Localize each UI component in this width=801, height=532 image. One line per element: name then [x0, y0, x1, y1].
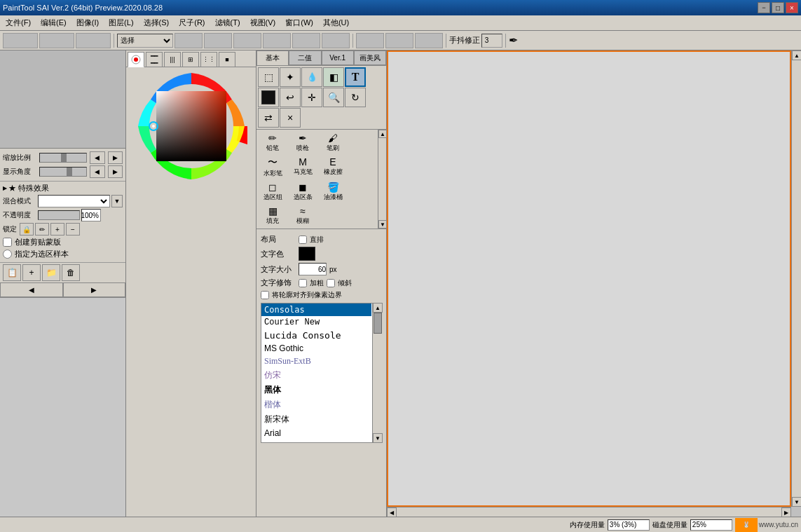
- canvas-bg[interactable]: [388, 52, 790, 505]
- color-wheel[interactable]: [135, 70, 247, 182]
- color-mode-g[interactable]: ⊞: [182, 52, 199, 67]
- menu-filter[interactable]: 滤镜(T): [211, 16, 245, 29]
- tool-fill-icon-outer[interactable]: ◧: [323, 67, 344, 87]
- tool-select-rect[interactable]: ⬚: [258, 67, 279, 87]
- font-scroll-down[interactable]: ▼: [373, 433, 383, 443]
- color-mode-s[interactable]: ■: [219, 52, 235, 67]
- menu-select[interactable]: 选择(S): [139, 16, 174, 29]
- text-size-input[interactable]: [299, 263, 327, 275]
- layer-delete-btn[interactable]: 🗑: [62, 264, 80, 281]
- tool-brush[interactable]: 🖌 笔刷: [318, 131, 348, 154]
- tool-marker[interactable]: M 马克笔: [288, 155, 317, 179]
- tool-eraser[interactable]: E 橡皮擦: [318, 155, 348, 179]
- blend-mode-select[interactable]: [38, 195, 110, 207]
- font-item-heiti[interactable]: 黑体: [261, 383, 371, 397]
- tool-sel-bar[interactable]: ◼ 选区条: [288, 180, 317, 203]
- font-item-kaiti[interactable]: 楷体: [261, 397, 371, 412]
- font-item-arial[interactable]: Arial: [261, 427, 371, 439]
- toolbar-btn-12[interactable]: [415, 33, 443, 48]
- toolbar-btn-9[interactable]: [322, 33, 350, 48]
- italic-checkbox[interactable]: [327, 279, 335, 287]
- toolbar-btn-7[interactable]: [263, 33, 291, 48]
- close-button[interactable]: ×: [786, 2, 798, 13]
- layer-nav-next[interactable]: ▶: [63, 282, 126, 297]
- sample-radio[interactable]: [3, 250, 12, 259]
- toolbar-btn-1[interactable]: [3, 33, 38, 48]
- opacity-slider[interactable]: [38, 210, 80, 220]
- menu-edit[interactable]: 编辑(E): [36, 16, 71, 29]
- toolbar-btn-2[interactable]: [39, 33, 74, 48]
- font-item-newsong[interactable]: 新宋体: [261, 412, 371, 427]
- layer-add-btn[interactable]: +: [22, 264, 41, 281]
- toolbar-btn-8[interactable]: [292, 33, 320, 48]
- hand-correct-input[interactable]: [481, 34, 502, 48]
- toolbar-btn-11[interactable]: [385, 33, 413, 48]
- toolbar-btn-10[interactable]: [356, 33, 384, 48]
- tool-pencil[interactable]: ✏ 铅笔: [258, 131, 287, 154]
- tool-fill2[interactable]: ▦ 填充: [258, 204, 287, 227]
- tool-tab-style[interactable]: 画美风: [354, 50, 386, 65]
- font-list[interactable]: Consolas Courier New Lucida Console MS G…: [261, 303, 382, 443]
- color-mode-d[interactable]: ⋮⋮: [200, 52, 217, 67]
- canvas-scroll-v-up[interactable]: ▲: [792, 50, 801, 60]
- lock-icon-4[interactable]: −: [66, 223, 80, 236]
- tool-airbrush[interactable]: ✒ 喷枪: [288, 131, 317, 154]
- font-item-lucida[interactable]: Lucida Console: [261, 329, 371, 342]
- menu-file[interactable]: 文件(F): [1, 16, 35, 29]
- color-mode-h[interactable]: ━━━━: [146, 52, 163, 67]
- tool-tab-ver1[interactable]: Ver.1: [322, 50, 354, 65]
- font-item-fangsong[interactable]: 仿宋: [261, 368, 371, 383]
- bold-checkbox[interactable]: [299, 279, 307, 287]
- canvas-vscroll[interactable]: ▲ ▼: [791, 50, 801, 507]
- tool-eyedrop[interactable]: 💧: [301, 67, 322, 87]
- font-item-simsun[interactable]: SimSun-ExtB: [261, 355, 371, 368]
- menu-window[interactable]: 窗口(W): [281, 16, 317, 29]
- layer-folder-btn[interactable]: 📁: [42, 264, 60, 281]
- align-pixel-checkbox[interactable]: [261, 291, 269, 299]
- toolbar-btn-3[interactable]: [76, 33, 111, 48]
- color-mode-wheel[interactable]: [128, 52, 144, 67]
- menu-view[interactable]: 视图(V): [246, 16, 280, 29]
- clip-checkbox[interactable]: [3, 238, 12, 247]
- text-color-swatch[interactable]: [299, 247, 315, 261]
- tool-tab-basic[interactable]: 基本: [256, 50, 289, 65]
- tool-flip[interactable]: ⇄: [258, 108, 279, 128]
- angle-slider[interactable]: [39, 167, 87, 177]
- subtool-scroll-down[interactable]: ▼: [378, 220, 387, 229]
- canvas-scroll-h-left[interactable]: ◀: [387, 507, 397, 517]
- layer-nav-prev[interactable]: ◀: [0, 282, 63, 297]
- angle-up-btn[interactable]: ▶: [108, 165, 123, 178]
- tool-color-black[interactable]: [258, 88, 279, 107]
- tool-sel-group[interactable]: ◻ 选区组: [258, 180, 287, 203]
- subtool-scroll-up[interactable]: ▲: [378, 130, 387, 138]
- color-mode-v[interactable]: |||: [164, 52, 181, 67]
- tool-text[interactable]: T: [345, 67, 366, 87]
- tool-undo[interactable]: ↩: [280, 88, 301, 107]
- font-item-consolas[interactable]: Consolas: [261, 303, 371, 316]
- zoom-slider[interactable]: [39, 153, 87, 163]
- font-item-msgothic[interactable]: MS Gothic: [261, 342, 371, 355]
- toolbar-btn-4[interactable]: [174, 33, 203, 48]
- toolbar-btn-6[interactable]: [233, 33, 261, 48]
- menu-layer[interactable]: 图层(L): [104, 16, 137, 29]
- canvas-scroll-h-right[interactable]: ▶: [781, 507, 791, 517]
- lock-icon-2[interactable]: ✏: [35, 223, 49, 236]
- tool-watercolor[interactable]: 〜 水彩笔: [258, 155, 287, 179]
- tool-close[interactable]: ×: [280, 108, 301, 128]
- canvas-scroll-v-down[interactable]: ▼: [792, 497, 801, 507]
- tool-blur[interactable]: ≈ 模糊: [288, 204, 317, 227]
- toolbar-btn-5[interactable]: [204, 33, 232, 48]
- tool-zoom[interactable]: 🔍: [323, 88, 344, 107]
- font-scroll-thumb[interactable]: [374, 313, 382, 334]
- restore-button[interactable]: □: [772, 2, 784, 13]
- font-item-courier[interactable]: Courier New: [261, 316, 371, 329]
- tool-move[interactable]: ✛: [301, 88, 322, 107]
- menu-image[interactable]: 图像(I): [72, 16, 103, 29]
- zoom-down-btn[interactable]: ◀: [90, 151, 104, 164]
- layer-copy-btn[interactable]: 📋: [3, 264, 21, 281]
- minimize-button[interactable]: －: [758, 2, 770, 13]
- tool-paintbucket[interactable]: 🪣 油漆桶: [318, 180, 348, 203]
- tool-rotate[interactable]: ↻: [345, 88, 366, 107]
- tool-select-magic[interactable]: ✦: [280, 67, 301, 87]
- toolbar-select-mode[interactable]: 选择: [117, 34, 173, 48]
